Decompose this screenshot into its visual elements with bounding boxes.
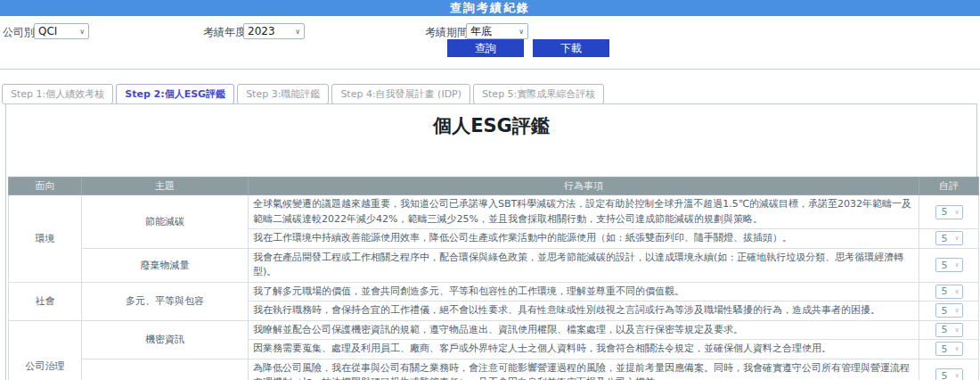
chevron-down-icon: ∨ bbox=[954, 209, 959, 216]
query-button[interactable]: 查詢 bbox=[447, 39, 524, 57]
topic-cell: 機密資訊 bbox=[82, 320, 249, 359]
rating-value: 5 bbox=[942, 324, 948, 335]
behavior-cell: 為降低公司風險，我在從事與公司有關之業務時，會注意可能影響營運過程的風險，並提前… bbox=[249, 359, 919, 380]
table-row: 社會多元、平等與包容我了解多元職場的價值，並會共同創造多元、平等和包容性的工作環… bbox=[9, 282, 979, 302]
rating-select[interactable]: 5∨ bbox=[935, 303, 963, 318]
behavior-cell: 我瞭解並配合公司保護機密資訊的規範，遵守物品進出、資訊使用權限、檔案處理，以及言… bbox=[249, 320, 919, 340]
company-select[interactable]: QCI ∨ bbox=[34, 23, 89, 39]
rating-select[interactable]: 5∨ bbox=[935, 342, 963, 356]
tab-step-4[interactable]: Step 4:自我發展計畫 (IDP) bbox=[331, 84, 470, 104]
rating-value: 5 bbox=[942, 206, 948, 218]
table-row: 公司治理機密資訊我瞭解並配合公司保護機密資訊的規範，遵守物品進出、資訊使用權限、… bbox=[9, 320, 979, 340]
rating-cell: 5∨ bbox=[919, 229, 979, 249]
content-panel: 個人ESG評鑑 面向主題行為事項自評 環境節能減碳全球氣候變遷的議題越來越重要，… bbox=[5, 103, 977, 380]
page-title: 查詢考績紀錄 bbox=[450, 0, 530, 16]
period-select[interactable]: 年底 ∨ bbox=[466, 23, 528, 39]
behavior-cell: 我在工作環境中持續改善能源使用效率，降低公司生產或作業活動中的能源使用（如：紙張… bbox=[249, 229, 919, 249]
year-select-value: 2023 bbox=[248, 25, 275, 37]
aspect-cell: 社會 bbox=[9, 282, 82, 320]
app-header: 查詢考績紀錄 bbox=[0, 0, 980, 16]
rating-select[interactable]: 5∨ bbox=[935, 258, 963, 272]
rating-value: 5 bbox=[942, 285, 948, 297]
behavior-cell: 因業務需要蒐集、處理及利用員工、廠商、客戶或外界特定人士之個人資料時，我會符合相… bbox=[249, 340, 919, 359]
tab-step-3[interactable]: Step 3:職能評鑑 bbox=[237, 84, 329, 104]
topic-cell: 廢棄物減量 bbox=[82, 248, 249, 282]
rating-select[interactable]: 5∨ bbox=[935, 285, 963, 299]
chevron-down-icon: ∨ bbox=[954, 261, 959, 268]
period-label: 考績期間: bbox=[425, 25, 471, 40]
column-header: 面向 bbox=[9, 178, 82, 195]
rating-value: 5 bbox=[942, 305, 948, 317]
chevron-down-icon: ∨ bbox=[954, 372, 959, 379]
behavior-cell: 我了解多元職場的價值，並會共同創造多元、平等和包容性的工作環境，理解並尊重不同的… bbox=[249, 282, 919, 302]
tab-step-5[interactable]: Step 5:實際成果綜合評核 bbox=[473, 84, 604, 104]
rating-cell: 5∨ bbox=[919, 195, 979, 229]
rating-cell: 5∨ bbox=[919, 340, 979, 359]
chevron-down-icon: ∨ bbox=[954, 235, 959, 242]
rating-value: 5 bbox=[942, 343, 948, 355]
aspect-cell: 環境 bbox=[9, 195, 82, 283]
column-header: 主題 bbox=[82, 178, 249, 195]
company-select-value: QCI bbox=[38, 25, 57, 37]
rating-cell: 5∨ bbox=[919, 302, 979, 321]
rating-value: 5 bbox=[942, 233, 948, 244]
rating-select[interactable]: 5∨ bbox=[935, 205, 963, 219]
download-button[interactable]: 下載 bbox=[533, 39, 609, 57]
tab-bar: Step 1:個人績效考核Step 2:個人ESG評鑑Step 3:職能評鑑St… bbox=[2, 84, 604, 104]
rating-cell: 5∨ bbox=[919, 248, 979, 282]
chevron-down-icon: ∨ bbox=[954, 326, 959, 334]
chevron-down-icon: ∨ bbox=[954, 307, 959, 314]
year-select[interactable]: 2023 ∨ bbox=[243, 23, 305, 39]
tab-step-2[interactable]: Step 2:個人ESG評鑑 bbox=[116, 84, 234, 104]
rating-select[interactable]: 5∨ bbox=[935, 323, 963, 337]
divider bbox=[0, 69, 980, 70]
column-header: 自評 bbox=[919, 178, 979, 195]
chevron-down-icon: ∨ bbox=[519, 28, 524, 36]
rating-select[interactable]: 5∨ bbox=[935, 368, 963, 380]
section-title: 個人ESG評鑑 bbox=[6, 113, 976, 138]
chevron-down-icon: ∨ bbox=[79, 28, 85, 36]
column-header: 行為事項 bbox=[249, 178, 919, 195]
rating-cell: 5∨ bbox=[919, 359, 979, 380]
chevron-down-icon: ∨ bbox=[954, 345, 959, 352]
rating-cell: 5∨ bbox=[919, 282, 979, 302]
rating-select[interactable]: 5∨ bbox=[935, 231, 963, 245]
table-header-row: 面向主題行為事項自評 bbox=[9, 178, 979, 195]
behavior-cell: 全球氣候變遷的議題越來越重要，我知道公司已承諾導入SBT科學減碳方法，設定有助於… bbox=[249, 195, 919, 229]
page: 查詢考績紀錄 公司別: QCI ∨ 考績年度: 2023 ∨ 考績期間: 年底 … bbox=[0, 0, 980, 380]
table-row: 廢棄物減量我會在產品開發工程或工作相關之程序中，配合環保與綠色政策，並思考節能減… bbox=[9, 248, 979, 282]
topic-cell: 從業道德 bbox=[82, 359, 249, 380]
table-row: 從業道德為降低公司風險，我在從事與公司有關之業務時，會注意可能影響營運過程的風險… bbox=[9, 359, 979, 380]
tab-step-1[interactable]: Step 1:個人績效考核 bbox=[2, 84, 113, 104]
rating-value: 5 bbox=[942, 260, 948, 271]
aspect-cell: 公司治理 bbox=[9, 320, 82, 380]
table-body: 環境節能減碳全球氣候變遷的議題越來越重要，我知道公司已承諾導入SBT科學減碳方法… bbox=[9, 195, 979, 380]
chevron-down-icon: ∨ bbox=[295, 28, 300, 36]
topic-cell: 多元、平等與包容 bbox=[82, 282, 249, 320]
period-select-value: 年底 bbox=[470, 24, 492, 39]
chevron-down-icon: ∨ bbox=[954, 288, 959, 295]
rating-value: 5 bbox=[942, 370, 948, 380]
rating-cell: 5∨ bbox=[919, 320, 979, 340]
behavior-cell: 我在執行職務時，會保持合宜的工作禮儀，絕不會以性要求、具有性意味或性別歧視之言詞… bbox=[249, 302, 919, 321]
behavior-cell: 我會在產品開發工程或工作相關之程序中，配合環保與綠色政策，並思考節能減碳的設計，… bbox=[249, 248, 919, 282]
esg-table: 面向主題行為事項自評 環境節能減碳全球氣候變遷的議題越來越重要，我知道公司已承諾… bbox=[8, 177, 979, 380]
table-row: 環境節能減碳全球氣候變遷的議題越來越重要，我知道公司已承諾導入SBT科學減碳方法… bbox=[9, 195, 979, 229]
topic-cell: 節能減碳 bbox=[82, 195, 249, 249]
